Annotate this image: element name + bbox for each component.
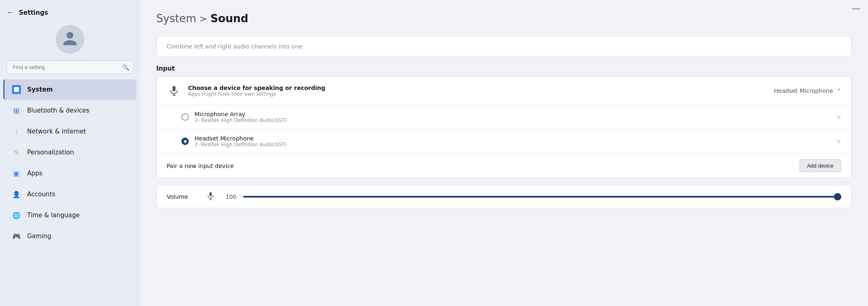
- nav-list: System ⊞ Bluetooth & devices 〈 Network &…: [0, 79, 140, 306]
- device-sub-1: 2- Realtek High Definition Audio(SST): [195, 142, 831, 147]
- device-sub-0: 2- Realtek High Definition Audio(SST): [195, 117, 831, 123]
- sidebar-item-system[interactable]: System: [3, 79, 137, 100]
- sidebar-item-label-network: Network & internet: [27, 128, 86, 135]
- user-avatar-icon: [62, 30, 78, 48]
- sidebar-item-label-personalization: Personalization: [27, 149, 74, 156]
- device-row-0[interactable]: Microphone Array 2- Realtek High Definit…: [157, 105, 851, 129]
- settings-title: Settings: [19, 9, 48, 16]
- input-header-right: Headset Microphone ⌃: [774, 87, 841, 94]
- volume-number: 100: [222, 193, 237, 200]
- back-button[interactable]: ←: [7, 8, 14, 17]
- search-box: 🔍: [7, 60, 133, 74]
- sidebar-item-bluetooth[interactable]: ⊞ Bluetooth & devices: [3, 100, 137, 121]
- sidebar-item-gaming[interactable]: 🎮 Gaming: [3, 226, 137, 246]
- breadcrumb-separator: >: [200, 14, 207, 24]
- volume-thumb: [834, 193, 841, 200]
- input-card: Choose a device for speaking or recordin…: [156, 76, 852, 179]
- microphone-icon: [167, 83, 181, 98]
- sidebar-item-apps[interactable]: ▣ Apps: [3, 163, 137, 184]
- search-icon: 🔍: [122, 64, 129, 71]
- gaming-icon: 🎮: [12, 231, 21, 241]
- device-name-1: Headset Microphone: [195, 135, 831, 142]
- chevron-up-icon[interactable]: ⌃: [836, 87, 841, 94]
- breadcrumb-system[interactable]: System: [156, 12, 196, 25]
- input-section-label: Input: [156, 65, 852, 72]
- sidebar-item-network[interactable]: 〈 Network & internet: [3, 121, 137, 142]
- device-name-0: Microphone Array: [195, 111, 831, 117]
- breadcrumb: System > Sound: [156, 12, 852, 25]
- volume-label: Volume: [167, 193, 200, 200]
- sidebar-item-label-time: Time & language: [27, 212, 80, 219]
- top-card-text: Combine left and right audio channels in…: [167, 43, 302, 50]
- breadcrumb-sound: Sound: [210, 12, 248, 25]
- avatar[interactable]: [56, 25, 84, 54]
- apps-icon: ▣: [12, 168, 21, 178]
- input-device-title: Choose a device for speaking or recordin…: [188, 85, 767, 91]
- minimize-button[interactable]: —: [852, 4, 860, 13]
- device-row-1[interactable]: Headset Microphone 2- Realtek High Defin…: [157, 129, 851, 154]
- sidebar-item-label-accounts: Accounts: [27, 191, 55, 198]
- pair-label: Pair a new input device: [167, 163, 799, 169]
- network-icon: 〈: [12, 127, 21, 136]
- chevron-right-icon-1: >: [836, 138, 841, 145]
- sidebar-item-label-system: System: [27, 86, 53, 93]
- system-icon: [12, 85, 21, 94]
- sidebar-top-bar: ← Settings: [0, 5, 140, 20]
- volume-slider[interactable]: [243, 193, 841, 201]
- time-icon: 🌐: [12, 210, 21, 220]
- search-input[interactable]: [7, 60, 133, 74]
- chevron-right-icon-0: >: [836, 114, 841, 120]
- sidebar-item-label-apps: Apps: [27, 170, 42, 177]
- svg-rect-0: [173, 86, 176, 91]
- input-card-header[interactable]: Choose a device for speaking or recordin…: [157, 77, 851, 105]
- device-info-1: Headset Microphone 2- Realtek High Defin…: [195, 135, 831, 147]
- device-info-0: Microphone Array 2- Realtek High Definit…: [195, 111, 831, 123]
- personalization-icon: ✎: [12, 147, 21, 157]
- sidebar-item-accounts[interactable]: 👤 Accounts: [3, 184, 137, 205]
- sidebar-item-time[interactable]: 🌐 Time & language: [3, 205, 137, 225]
- sidebar-item-personalization[interactable]: ✎ Personalization: [3, 142, 137, 163]
- pair-device-row: Pair a new input device Add device: [157, 154, 851, 178]
- radio-button-0[interactable]: [181, 113, 189, 121]
- bluetooth-icon: ⊞: [12, 106, 21, 115]
- accounts-icon: 👤: [12, 189, 21, 199]
- input-device-sub: Apps might have their own settings: [188, 91, 767, 97]
- selected-device-name: Headset Microphone: [774, 87, 833, 94]
- volume-track: [243, 196, 841, 198]
- top-card: Combine left and right audio channels in…: [156, 36, 852, 57]
- volume-mic-icon: [206, 191, 215, 202]
- input-header-text: Choose a device for speaking or recordin…: [188, 85, 767, 97]
- sidebar-item-label-bluetooth: Bluetooth & devices: [27, 107, 89, 114]
- sidebar-item-label-gaming: Gaming: [27, 232, 51, 240]
- svg-rect-3: [209, 192, 212, 196]
- main-content: System > Sound Combine left and right au…: [140, 0, 868, 306]
- sidebar: ← Settings 🔍 System ⊞ Bluetooth & device…: [0, 0, 140, 306]
- add-device-button[interactable]: Add device: [799, 159, 841, 172]
- volume-card: Volume 100: [156, 185, 852, 208]
- radio-button-1[interactable]: [181, 138, 189, 145]
